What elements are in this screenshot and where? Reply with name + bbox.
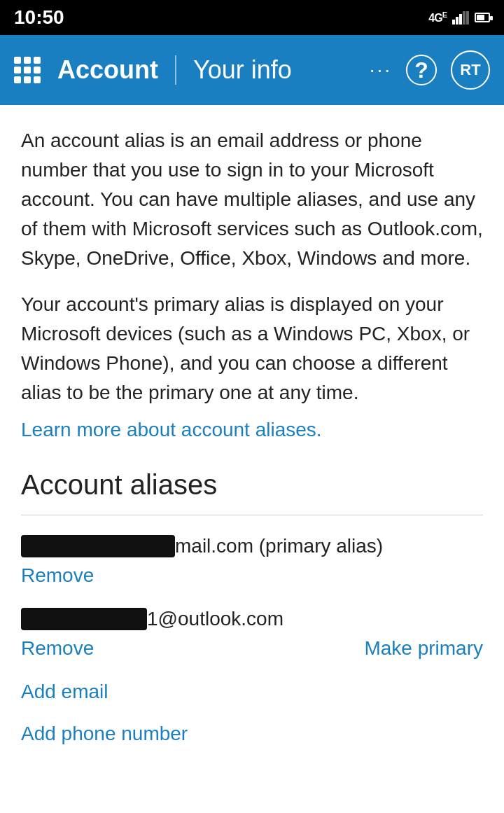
alias-2-redacted: [21, 608, 147, 630]
add-link-section: Add email Add phone number: [21, 681, 483, 745]
main-content: An account alias is an email address or …: [0, 105, 504, 793]
alias-2-actions: Remove Make primary: [21, 637, 483, 660]
alias-2-email-suffix: 1@outlook.com: [147, 608, 284, 630]
svg-rect-0: [452, 20, 455, 25]
alias-1-email-suffix: mail.com (primary alias): [175, 535, 383, 557]
status-time: 10:50: [14, 6, 64, 29]
alias-2-remove-button[interactable]: Remove: [21, 637, 94, 660]
your-info-nav-label[interactable]: Your info: [176, 55, 292, 85]
nav-bar: Account Your info ··· ? RT: [0, 35, 504, 105]
account-nav-label[interactable]: Account: [57, 55, 176, 85]
alias-item-1: mail.com (primary alias) Remove: [21, 535, 483, 587]
alias-1-remove-button[interactable]: Remove: [21, 564, 94, 587]
avatar[interactable]: RT: [451, 50, 490, 90]
status-icons: 4GE: [428, 11, 490, 25]
alias-2-email-row: 1@outlook.com: [21, 608, 483, 630]
add-email-link[interactable]: Add email: [21, 681, 483, 703]
svg-rect-3: [463, 11, 465, 25]
learn-more-link[interactable]: Learn more about account aliases.: [21, 419, 322, 440]
more-options-button[interactable]: ···: [370, 59, 392, 81]
alias-1-email-row: mail.com (primary alias): [21, 535, 483, 557]
svg-rect-1: [456, 17, 458, 25]
alias-1-redacted: [21, 535, 175, 557]
battery-icon: [475, 13, 490, 22]
status-bar: 10:50 4GE: [0, 0, 504, 35]
section-divider: [21, 515, 483, 515]
svg-rect-4: [466, 11, 469, 25]
add-phone-link[interactable]: Add phone number: [21, 723, 483, 745]
description-paragraph-2: Your account's primary alias is displaye…: [21, 290, 483, 408]
help-button[interactable]: ?: [406, 55, 437, 85]
network-indicator: 4GE: [428, 11, 447, 25]
alias-item-2: 1@outlook.com Remove Make primary: [21, 608, 483, 660]
svg-rect-2: [459, 14, 462, 25]
account-aliases-title: Account aliases: [21, 469, 483, 501]
description-paragraph-1: An account alias is an email address or …: [21, 126, 483, 273]
alias-1-actions: Remove: [21, 564, 483, 587]
apps-grid-icon[interactable]: [14, 57, 41, 83]
description-block: An account alias is an email address or …: [21, 126, 483, 441]
signal-icon: [452, 11, 469, 25]
alias-2-make-primary-button[interactable]: Make primary: [364, 637, 483, 660]
